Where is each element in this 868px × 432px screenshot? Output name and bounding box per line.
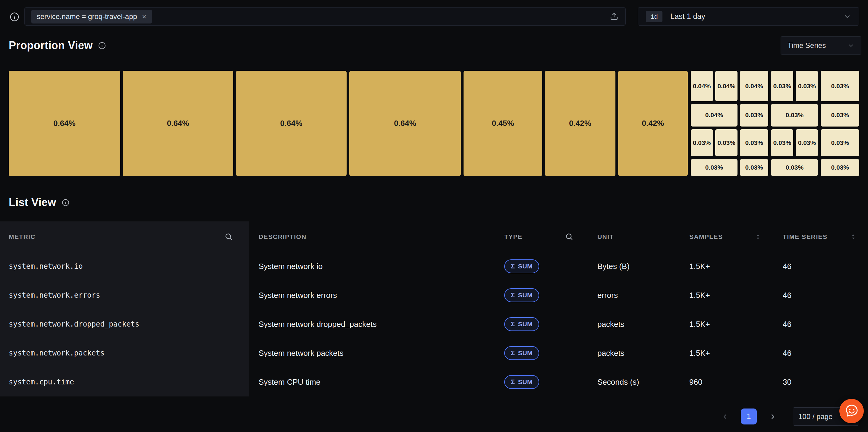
treemap-cell[interactable]: 0.03% — [796, 71, 818, 101]
table-header-row: METRIC DESCRIPTION TYPE UNIT SAMPLES — [0, 222, 868, 252]
metric-unit: Seconds (s) — [587, 377, 679, 387]
treemap-cell[interactable]: 0.42% — [618, 71, 688, 176]
page-number-button[interactable]: 1 — [741, 408, 757, 425]
chat-support-button[interactable] — [839, 399, 864, 423]
search-icon[interactable] — [224, 232, 233, 241]
time-range-label: Last 1 day — [670, 12, 705, 21]
table-row[interactable]: system.network.packetsSystem network pac… — [0, 339, 868, 368]
type-badge: ΣSUM — [504, 288, 539, 302]
column-header-time-series: TIME SERIES — [773, 233, 868, 240]
treemap-cell[interactable]: 0.64% — [9, 71, 120, 176]
treemap-cell[interactable]: 0.04% — [740, 71, 768, 101]
metric-samples: 960 — [679, 377, 773, 387]
next-page-button[interactable] — [767, 408, 779, 425]
treemap-cell[interactable]: 0.03% — [740, 159, 768, 176]
column-label: METRIC — [9, 233, 36, 240]
type-badge-label: SUM — [518, 378, 532, 386]
metric-type-cell: ΣSUM — [494, 288, 587, 302]
metric-type-cell: ΣSUM — [494, 346, 587, 360]
treemap-cell[interactable]: 0.03% — [821, 71, 859, 101]
treemap-cell[interactable]: 0.04% — [715, 71, 738, 101]
treemap-cell[interactable]: 0.03% — [796, 129, 818, 157]
table-body: system.network.ioSystem network ioΣSUMBy… — [0, 252, 868, 396]
search-icon[interactable] — [565, 232, 574, 241]
treemap-cell[interactable]: 0.03% — [691, 129, 713, 157]
treemap-cell[interactable]: 0.03% — [740, 104, 768, 127]
chevron-down-icon — [843, 13, 851, 21]
column-header-description: DESCRIPTION — [249, 233, 494, 240]
metric-time-series: 46 — [773, 291, 868, 300]
filter-query-input[interactable]: service.name = groq-travel-app × — [24, 7, 626, 26]
metric-unit: packets — [587, 320, 679, 329]
column-header-samples: SAMPLES — [679, 233, 773, 240]
treemap-cell[interactable]: 0.03% — [821, 104, 859, 127]
type-badge-label: SUM — [518, 263, 532, 270]
treemap-cell[interactable]: 0.03% — [821, 129, 859, 157]
metric-name[interactable]: system.network.packets — [0, 349, 249, 357]
view-type-select[interactable]: Time Series — [781, 36, 861, 55]
column-label: SAMPLES — [689, 233, 723, 240]
sigma-icon: Σ — [511, 349, 515, 357]
treemap-cell[interactable]: 0.42% — [545, 71, 615, 176]
treemap-cell[interactable]: 0.64% — [236, 71, 347, 176]
treemap-cell[interactable]: 0.04% — [691, 71, 713, 101]
info-icon[interactable] — [61, 199, 70, 207]
treemap-cell[interactable]: 0.45% — [464, 71, 542, 176]
proportion-view-header: Proportion View — [9, 39, 106, 52]
chevron-down-icon — [847, 42, 855, 49]
close-icon[interactable]: × — [142, 13, 147, 21]
treemap-cell[interactable]: 0.03% — [771, 159, 818, 176]
upload-icon[interactable] — [610, 12, 619, 21]
sigma-icon: Σ — [511, 320, 515, 328]
treemap-cell[interactable]: 0.03% — [771, 129, 793, 157]
page-size-value: 100 / page — [798, 412, 832, 421]
metric-name[interactable]: system.cpu.time — [0, 378, 249, 386]
time-range-selector[interactable]: 1d Last 1 day — [638, 7, 859, 26]
proportion-treemap: 0.64%0.64%0.64%0.64%0.45%0.42%0.42%0.04%… — [9, 71, 859, 176]
treemap-cell[interactable]: 0.03% — [691, 159, 738, 176]
treemap-cell[interactable]: 0.03% — [715, 129, 738, 157]
treemap-cell[interactable]: 0.03% — [771, 71, 793, 101]
metric-samples: 1.5K+ — [679, 348, 773, 358]
previous-page-button[interactable] — [719, 408, 731, 425]
metric-time-series: 46 — [773, 320, 868, 329]
info-icon[interactable] — [9, 11, 20, 22]
filter-chip[interactable]: service.name = groq-travel-app × — [31, 10, 152, 24]
sort-icon[interactable] — [755, 233, 761, 240]
metric-name[interactable]: system.network.dropped_packets — [0, 320, 249, 328]
metric-unit: Bytes (B) — [587, 262, 679, 271]
treemap-cell[interactable]: 0.03% — [821, 159, 859, 176]
sort-icon[interactable] — [850, 233, 857, 240]
metric-type-cell: ΣSUM — [494, 317, 587, 331]
table-row[interactable]: system.network.errorsSystem network erro… — [0, 281, 868, 310]
table-row[interactable]: system.network.ioSystem network ioΣSUMBy… — [0, 252, 868, 281]
treemap-cell[interactable]: 0.64% — [349, 71, 461, 176]
type-badge: ΣSUM — [504, 375, 539, 389]
type-badge: ΣSUM — [504, 317, 539, 331]
metric-description: System network io — [249, 262, 494, 271]
view-type-value: Time Series — [787, 41, 826, 50]
metric-description: System network dropped_packets — [249, 320, 494, 329]
column-label: UNIT — [597, 233, 614, 240]
metrics-explorer-page: service.name = groq-travel-app × 1d Last… — [0, 0, 868, 432]
metric-name[interactable]: system.network.io — [0, 262, 249, 270]
metric-description: System network packets — [249, 348, 494, 358]
type-badge: ΣSUM — [504, 346, 539, 360]
metrics-table: METRIC DESCRIPTION TYPE UNIT SAMPLES — [0, 222, 868, 396]
type-badge-label: SUM — [518, 292, 532, 299]
sigma-icon: Σ — [511, 378, 515, 386]
table-row[interactable]: system.network.dropped_packetsSystem net… — [0, 310, 868, 339]
metric-description: System CPU time — [249, 377, 494, 387]
table-row[interactable]: system.cpu.timeSystem CPU timeΣSUMSecond… — [0, 368, 868, 396]
treemap-cell[interactable]: 0.04% — [691, 104, 738, 127]
treemap-cell[interactable]: 0.03% — [771, 104, 818, 127]
info-icon[interactable] — [98, 41, 106, 50]
treemap-cell[interactable]: 0.03% — [740, 129, 768, 157]
list-view-title: List View — [9, 196, 56, 209]
sigma-icon: Σ — [511, 291, 515, 299]
metric-unit: packets — [587, 348, 679, 358]
metric-name[interactable]: system.network.errors — [0, 291, 249, 299]
treemap-cell[interactable]: 0.64% — [123, 71, 233, 176]
time-shortcut-badge[interactable]: 1d — [646, 11, 662, 22]
column-label: TYPE — [504, 233, 522, 240]
